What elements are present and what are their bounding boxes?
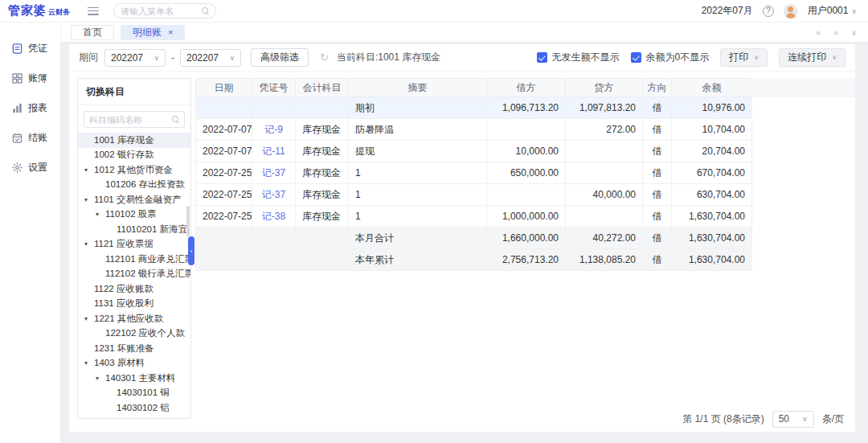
tree-item[interactable]: 112102 银行承兑汇票 bbox=[78, 267, 190, 282]
panel-collapse-handle[interactable]: ‹ bbox=[188, 236, 194, 265]
sidebar-item-voucher[interactable]: 凭证 bbox=[0, 34, 60, 64]
tree-item[interactable]: 101206 存出投资款 bbox=[78, 178, 190, 193]
tab-label: 首页 bbox=[83, 26, 102, 39]
table-row[interactable]: 2022-07-07记-9库存现金防暑降温272.00借10,704.00 bbox=[196, 119, 752, 141]
subject-search-box[interactable] bbox=[84, 111, 185, 128]
caret-down-icon[interactable]: ▾ bbox=[96, 211, 105, 218]
tree-item[interactable]: 11010201 新海宜 bbox=[78, 222, 190, 237]
caret-down-icon[interactable]: ▾ bbox=[84, 166, 94, 174]
report-icon bbox=[12, 103, 23, 113]
cell-voucher: 记-37 bbox=[252, 162, 296, 184]
advanced-filter-button[interactable]: 高级筛选 bbox=[251, 48, 309, 67]
tree-scrollbar-thumb[interactable] bbox=[186, 206, 190, 236]
table-row[interactable]: 2022-07-25记-38库存现金11,000,000.00借1,630,70… bbox=[196, 206, 752, 228]
tree-item[interactable]: 112101 商业承兑汇票 bbox=[78, 252, 190, 267]
table-row[interactable]: 2022-07-07记-11库存现金提现10,000.00借20,704.00 bbox=[196, 141, 752, 162]
user-menu[interactable]: 用户0001 ∨ bbox=[808, 4, 857, 18]
caret-down-icon[interactable]: ▾ bbox=[84, 359, 94, 367]
caret-down-icon[interactable]: ▾ bbox=[84, 315, 94, 322]
tree-item[interactable]: ▾1012 其他货币资金 bbox=[78, 162, 190, 178]
tree-item-label: 112101 商业承兑汇票 bbox=[105, 253, 190, 265]
page-size-value: 50 bbox=[779, 413, 789, 425]
sidebar-item-report[interactable]: 报表 bbox=[0, 93, 60, 123]
voucher-link[interactable]: 记-37 bbox=[262, 189, 285, 200]
sidebar-item-closing[interactable]: 结账 bbox=[0, 123, 60, 153]
cell-balance: 630,704.00 bbox=[672, 184, 752, 206]
period-from-select[interactable]: 202207 ∨ bbox=[104, 49, 166, 67]
table-row[interactable]: 2022-07-25记-37库存现金1650,000.00借670,704.00 bbox=[196, 162, 752, 184]
column-header: 方向 bbox=[643, 79, 672, 97]
print-button[interactable]: 打印 ∨ bbox=[720, 48, 768, 67]
help-icon[interactable]: ? bbox=[763, 6, 774, 17]
ledger-icon bbox=[12, 73, 23, 84]
continuous-print-button[interactable]: 连续打印 ∨ bbox=[779, 48, 845, 67]
tree-item[interactable]: 14030103 钢 bbox=[78, 416, 190, 419]
subject-search-input[interactable] bbox=[89, 115, 172, 125]
menu-search-box[interactable] bbox=[113, 3, 216, 18]
tree-item[interactable]: 14030102 铝 bbox=[78, 400, 190, 416]
tree-item[interactable]: 1001 库存现金 bbox=[78, 133, 190, 148]
cell-date bbox=[196, 97, 252, 119]
refresh-icon[interactable]: ↻ bbox=[320, 51, 329, 64]
cell-direction: 借 bbox=[643, 97, 672, 119]
checkbox-label: 余额为0不显示 bbox=[646, 51, 710, 64]
table-row[interactable]: 期初1,096,713.201,097,813.20借10,976.00 bbox=[196, 97, 752, 119]
tree-item[interactable]: ▾140301 主要材料 bbox=[78, 371, 190, 386]
subject-tree-panel: 切换科目 1001 库存现金1002 银行存款▾1012 其他货币资金10120… bbox=[77, 78, 191, 419]
tab-home[interactable]: 首页 bbox=[71, 25, 114, 40]
voucher-link[interactable]: 记-38 bbox=[262, 211, 285, 222]
cell-subject bbox=[296, 97, 349, 119]
tree-item[interactable]: ▾1221 其他应收款 bbox=[78, 311, 190, 326]
period-to-select[interactable]: 202207 ∨ bbox=[180, 49, 241, 67]
page-info-label: 第 1/1 页 (8条记录) bbox=[682, 412, 764, 426]
table-row[interactable]: 本年累计2,756,713.201,138,085.20借1,630,704.0… bbox=[196, 249, 752, 271]
cell-summary: 提现 bbox=[349, 141, 487, 162]
tree-item[interactable]: 1002 银行存款 bbox=[78, 148, 190, 163]
cell-summary: 1 bbox=[349, 184, 487, 206]
table-row[interactable]: 2022-07-25记-37库存现金140,000.00借630,704.00 bbox=[196, 184, 752, 206]
cell-debit: 650,000.00 bbox=[487, 162, 566, 184]
cell-date: 2022-07-07 bbox=[196, 119, 252, 141]
close-icon[interactable]: × bbox=[168, 27, 173, 37]
tree-item[interactable]: 14030101 铜 bbox=[78, 386, 190, 401]
column-header: 余额 bbox=[672, 79, 752, 97]
tabs-scroll-left-icon[interactable]: « bbox=[817, 28, 821, 37]
tree-item[interactable]: 122102 应收个人款 bbox=[78, 326, 190, 342]
table-row[interactable]: 本月合计1,660,000.0040,272.00借1,630,704.00 bbox=[196, 228, 752, 249]
checkbox-hide-no-activity[interactable]: 无发生额不显示 bbox=[537, 51, 620, 64]
top-bar: 管家婆 云财务 2022年07月 ? 用户0001 ∨ bbox=[0, 0, 868, 23]
app-logo[interactable]: 管家婆 云财务 bbox=[8, 3, 70, 18]
tree-item[interactable]: ▾110102 股票 bbox=[78, 207, 190, 223]
avatar[interactable] bbox=[784, 4, 798, 18]
sidebar-item-label: 结账 bbox=[28, 131, 47, 145]
menu-search-input[interactable] bbox=[121, 6, 202, 16]
tree-item-label: 1221 其他应收款 bbox=[94, 313, 163, 325]
voucher-link[interactable]: 记-11 bbox=[262, 146, 285, 157]
tabs-scroll-right-icon[interactable]: » bbox=[833, 28, 838, 37]
tab-detail-ledger[interactable]: 明细账 × bbox=[121, 25, 185, 40]
menu-hamburger-icon[interactable] bbox=[88, 7, 99, 15]
sidebar-item-settings[interactable]: 设置 bbox=[0, 153, 60, 183]
sidebar-item-ledger[interactable]: 账簿 bbox=[0, 64, 60, 93]
tree-item[interactable]: ▾1101 交易性金融资产 bbox=[78, 192, 190, 207]
caret-down-icon[interactable]: ▾ bbox=[84, 196, 94, 203]
cell-credit bbox=[566, 206, 643, 228]
caret-down-icon[interactable]: ▾ bbox=[84, 240, 94, 248]
voucher-link[interactable]: 记-37 bbox=[262, 167, 285, 178]
caret-down-icon[interactable]: ▾ bbox=[96, 375, 105, 382]
tree-item[interactable]: 1122 应收账款 bbox=[78, 281, 190, 297]
cell-summary: 1 bbox=[349, 162, 487, 184]
cell-voucher bbox=[252, 97, 296, 119]
cell-summary: 防暑降温 bbox=[349, 119, 487, 141]
checkbox-hide-zero-balance[interactable]: 余额为0不显示 bbox=[631, 51, 710, 64]
tree-item[interactable]: 1131 应收股利 bbox=[78, 297, 190, 312]
tree-item[interactable]: 1231 坏账准备 bbox=[78, 341, 190, 356]
cell-subject: 库存现金 bbox=[296, 184, 349, 206]
voucher-link[interactable]: 记-9 bbox=[264, 124, 283, 135]
cell-credit: 1,138,085.20 bbox=[566, 249, 643, 271]
tabs-menu-icon[interactable]: ∨ bbox=[851, 28, 857, 37]
tree-item[interactable]: ▾1121 应收票据 bbox=[78, 237, 190, 252]
tree-item[interactable]: ▾1403 原材料 bbox=[78, 356, 190, 371]
ledger-rows: 期初1,096,713.201,097,813.20借10,976.002022… bbox=[196, 97, 752, 271]
page-size-select[interactable]: 50 ∨ bbox=[772, 411, 814, 428]
